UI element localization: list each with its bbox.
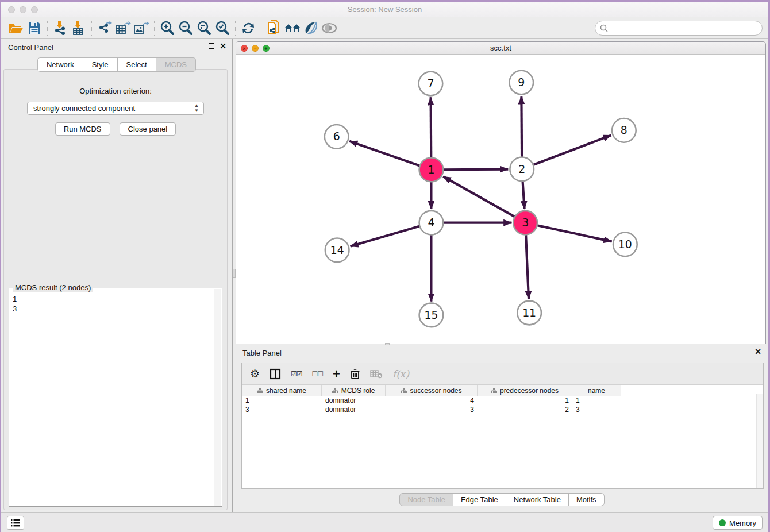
show-graphics-details-icon[interactable] (320, 20, 338, 37)
mcds-result-title: MCDS result (2 nodes) (13, 283, 93, 292)
edge-3-10[interactable] (536, 225, 612, 242)
close-panel-icon[interactable]: ✕ (220, 43, 226, 49)
tab-style[interactable]: Style (83, 57, 118, 72)
add-column-icon[interactable]: + (333, 369, 340, 379)
table-toolbar: ⚙ ☑☑ ☐☐ + f(x) (242, 363, 763, 385)
status-bar: Memory (1, 512, 768, 532)
tab-motifs[interactable]: Motifs (569, 493, 605, 506)
chevron-up-down-icon: ▲▼ (194, 103, 199, 113)
control-panel-title: Control Panel (8, 43, 53, 52)
edge-1-2[interactable] (442, 169, 508, 170)
cell-mcds-role: dominator (322, 396, 386, 406)
close-panel-button[interactable]: Close panel (120, 122, 176, 136)
tab-network-table[interactable]: Network Table (506, 493, 569, 506)
table-settings-gear-icon[interactable]: ⚙ (250, 368, 260, 379)
network-minimize-button[interactable]: − (252, 45, 259, 52)
edge-2-3[interactable] (522, 180, 524, 209)
column-header-successor-nodes[interactable]: successor nodes (386, 385, 478, 396)
graph-node-label-3: 3 (522, 217, 529, 229)
save-session-icon[interactable] (25, 20, 44, 37)
search-input[interactable] (595, 21, 763, 36)
network-window-titlebar[interactable]: × − + scc.txt (236, 42, 765, 55)
criterion-select[interactable]: strongly connected component ▲▼ (27, 102, 204, 115)
export-image-icon[interactable] (132, 20, 151, 37)
toolbar-separator (261, 21, 261, 36)
export-network-icon[interactable] (95, 20, 114, 37)
edge-4-14[interactable] (351, 226, 421, 246)
memory-label: Memory (729, 519, 756, 527)
delete-table-icon[interactable] (370, 369, 383, 379)
column-header-predecessor-nodes[interactable]: predecessor nodes (478, 385, 572, 396)
apply-style-icon[interactable] (302, 20, 320, 37)
import-network-icon[interactable] (51, 20, 70, 37)
export-table-icon[interactable] (114, 20, 132, 37)
cell-name: 1 (572, 396, 621, 406)
zoom-in-icon[interactable] (158, 20, 176, 37)
memory-button[interactable]: Memory (713, 516, 763, 530)
zoom-selected-icon[interactable] (213, 20, 232, 37)
tab-mcds[interactable]: MCDS (156, 57, 196, 72)
import-table-icon[interactable] (70, 20, 88, 37)
application-window: Session: New Session (1, 2, 768, 532)
result-line: 3 (13, 304, 214, 314)
close-table-panel-icon[interactable]: ✕ (754, 349, 761, 354)
select-all-columns-icon[interactable]: ☑☑ (291, 370, 302, 378)
delete-column-icon[interactable] (350, 368, 360, 380)
table-body (242, 415, 763, 488)
toolbar-separator (47, 21, 48, 36)
edge-2-8[interactable] (532, 135, 611, 165)
column-header-shared-name[interactable]: shared name (242, 385, 322, 396)
search-icon (600, 24, 608, 34)
table-tabs: Node Table Edge Table Network Table Moti… (236, 493, 768, 506)
tab-node-table[interactable]: Node Table (399, 493, 453, 506)
column-header-name[interactable]: name (572, 385, 621, 396)
window-title: Session: New Session (1, 2, 768, 17)
column-header-mcds-role[interactable]: MCDS role (322, 385, 386, 396)
cell-successor-nodes: 4 (386, 396, 478, 406)
main-toolbar (1, 17, 768, 39)
zoom-fit-icon[interactable] (195, 20, 213, 37)
float-table-panel-icon[interactable] (744, 349, 749, 354)
cell-successor-nodes: 3 (386, 406, 478, 415)
graph-node-label-7: 7 (427, 78, 434, 90)
new-network-from-selection-icon[interactable] (265, 20, 283, 37)
mcds-tab-content: Optimization criterion: strongly connect… (3, 69, 228, 510)
float-panel-icon[interactable] (209, 43, 214, 49)
network-canvas[interactable]: 7968124314101511 (236, 55, 765, 344)
run-mcds-button[interactable]: Run MCDS (55, 122, 110, 136)
main-titlebar: Session: New Session (1, 2, 768, 17)
edge-1-6[interactable] (349, 141, 421, 166)
table-row[interactable]: 1 dominator 4 1 1 (242, 396, 763, 406)
graph-node-label-8: 8 (621, 124, 627, 136)
show-column-icon[interactable] (270, 368, 281, 380)
function-builder-icon[interactable]: f(x) (392, 368, 409, 380)
open-session-icon[interactable] (7, 20, 25, 37)
criterion-selected-value: strongly connected component (33, 104, 135, 113)
network-close-button[interactable]: × (241, 45, 248, 52)
refresh-layout-icon[interactable] (239, 20, 257, 37)
table-row[interactable]: 3 dominator 3 2 3 (242, 406, 763, 415)
edge-2-9[interactable] (521, 96, 522, 158)
memory-status-icon (719, 519, 726, 526)
task-history-button[interactable] (7, 516, 24, 530)
graph-node-label-6: 6 (333, 130, 340, 142)
result-scrollbar[interactable] (214, 289, 221, 506)
window-close-button[interactable] (8, 6, 15, 13)
edge-1-7[interactable] (431, 97, 432, 159)
network-maximize-button[interactable]: + (263, 45, 270, 52)
zoom-out-icon[interactable] (176, 20, 195, 37)
edge-3-1[interactable] (443, 176, 516, 217)
tab-network[interactable]: Network (37, 57, 83, 72)
first-neighbors-icon[interactable] (283, 20, 302, 37)
cell-name: 3 (572, 406, 621, 415)
window-zoom-button[interactable] (31, 6, 38, 13)
window-minimize-button[interactable] (20, 6, 26, 13)
tab-select[interactable]: Select (118, 57, 156, 72)
graph-node-label-9: 9 (518, 76, 525, 88)
mcds-result-list[interactable]: 1 3 (13, 294, 214, 505)
table-scrollbar[interactable] (756, 394, 763, 488)
tab-edge-table[interactable]: Edge Table (453, 493, 506, 506)
edge-3-11[interactable] (526, 234, 529, 299)
graph-node-label-2: 2 (518, 163, 525, 175)
unselect-all-columns-icon[interactable]: ☐☐ (312, 370, 324, 378)
